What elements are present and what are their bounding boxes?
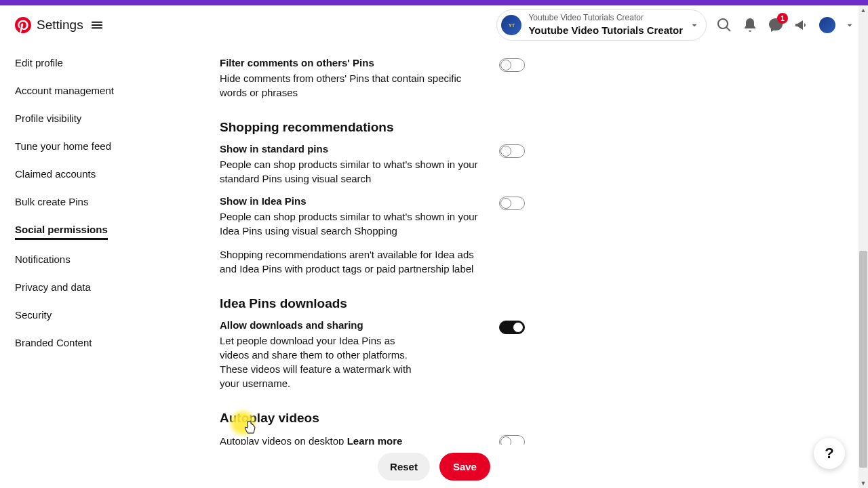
idea-pins-row: Show in Idea Pins People can shop produc… bbox=[220, 195, 841, 238]
filter-comments-row: Filter comments on others' Pins Hide com… bbox=[220, 57, 841, 100]
scrollbar-thumb[interactable] bbox=[859, 251, 867, 468]
pinterest-logo-icon[interactable] bbox=[15, 17, 31, 33]
page-title: Settings bbox=[37, 18, 83, 33]
profile-avatar[interactable] bbox=[819, 17, 835, 33]
sidebar-item-branded-content[interactable]: Branded Content bbox=[15, 337, 176, 351]
content-area: Filter comments on others' Pins Hide com… bbox=[176, 45, 868, 488]
save-button[interactable]: Save bbox=[439, 453, 490, 481]
header-right: YT Youtube Video Tutorials Creator Youtu… bbox=[496, 9, 854, 40]
idea-pins-title: Show in Idea Pins bbox=[220, 195, 486, 207]
sidebar-item-social-permissions[interactable]: Social permissions bbox=[15, 224, 108, 240]
sidebar: Edit profile Account management Profile … bbox=[0, 45, 176, 488]
hamburger-icon[interactable] bbox=[92, 20, 102, 30]
message-badge: 1 bbox=[777, 13, 788, 24]
help-button[interactable]: ? bbox=[814, 438, 845, 469]
avatar: YT bbox=[501, 15, 521, 35]
megaphone-icon[interactable] bbox=[793, 17, 810, 33]
reset-button[interactable]: Reset bbox=[378, 453, 430, 481]
sidebar-item-tune-feed[interactable]: Tune your home feed bbox=[15, 140, 176, 155]
downloads-desc: Let people download your Idea Pins as vi… bbox=[220, 333, 423, 390]
standard-pins-row: Show in standard pins People can shop pr… bbox=[220, 143, 841, 186]
svg-rect-1 bbox=[92, 24, 102, 26]
downloads-toggle[interactable] bbox=[499, 321, 525, 334]
sidebar-item-profile-visibility[interactable]: Profile visibility bbox=[15, 113, 176, 127]
scroll-down-arrow[interactable]: ▼ bbox=[859, 479, 868, 488]
header: Settings YT Youtube Video Tutorials Crea… bbox=[0, 5, 868, 45]
bell-icon[interactable] bbox=[742, 17, 758, 33]
svg-rect-2 bbox=[92, 27, 102, 28]
standard-pins-title: Show in standard pins bbox=[220, 143, 486, 155]
footer: Reset Save bbox=[0, 445, 868, 488]
search-icon[interactable] bbox=[716, 17, 732, 33]
messages-icon[interactable]: 1 bbox=[768, 17, 784, 33]
sidebar-item-edit-profile[interactable]: Edit profile bbox=[15, 57, 176, 71]
account-text: Youtube Video Tutorials Creator Youtube … bbox=[528, 13, 683, 37]
filter-comments-title: Filter comments on others' Pins bbox=[220, 57, 486, 68]
idea-pins-desc: People can shop products similar to what… bbox=[220, 209, 486, 238]
main: Edit profile Account management Profile … bbox=[0, 45, 868, 488]
sidebar-item-bulk-create[interactable]: Bulk create Pins bbox=[15, 196, 176, 210]
shopping-heading: Shopping recommendations bbox=[220, 120, 841, 135]
filter-comments-desc: Hide comments from others' Pins that con… bbox=[220, 71, 486, 100]
standard-pins-desc: People can shop products similar to what… bbox=[220, 157, 486, 186]
downloads-heading: Idea Pins downloads bbox=[220, 296, 841, 311]
idea-pins-toggle[interactable] bbox=[499, 197, 525, 210]
sidebar-item-account-management[interactable]: Account management bbox=[15, 85, 176, 99]
account-subtitle: Youtube Video Tutorials Creator bbox=[528, 13, 683, 24]
account-chevron-icon[interactable] bbox=[845, 20, 854, 30]
sidebar-item-security[interactable]: Security bbox=[15, 309, 176, 323]
sidebar-item-notifications[interactable]: Notifications bbox=[15, 253, 176, 268]
scroll-up-arrow[interactable]: ▲ bbox=[859, 5, 868, 15]
browser-top-bar bbox=[0, 0, 868, 5]
shopping-note: Shopping recommendations aren't availabl… bbox=[220, 247, 486, 276]
sidebar-item-privacy[interactable]: Privacy and data bbox=[15, 281, 176, 296]
svg-rect-0 bbox=[92, 22, 102, 23]
downloads-title: Allow downloads and sharing bbox=[220, 319, 423, 331]
account-title: Youtube Video Tutorials Creator bbox=[528, 24, 683, 37]
sidebar-item-claimed-accounts[interactable]: Claimed accounts bbox=[15, 168, 176, 182]
autoplay-heading: Autoplay videos bbox=[220, 411, 841, 426]
header-left: Settings bbox=[15, 17, 102, 33]
downloads-row: Allow downloads and sharing Let people d… bbox=[220, 319, 841, 390]
chevron-down-icon bbox=[690, 20, 699, 30]
filter-comments-toggle[interactable] bbox=[499, 58, 525, 72]
account-switcher[interactable]: YT Youtube Video Tutorials Creator Youtu… bbox=[496, 9, 707, 40]
standard-pins-toggle[interactable] bbox=[499, 144, 525, 158]
